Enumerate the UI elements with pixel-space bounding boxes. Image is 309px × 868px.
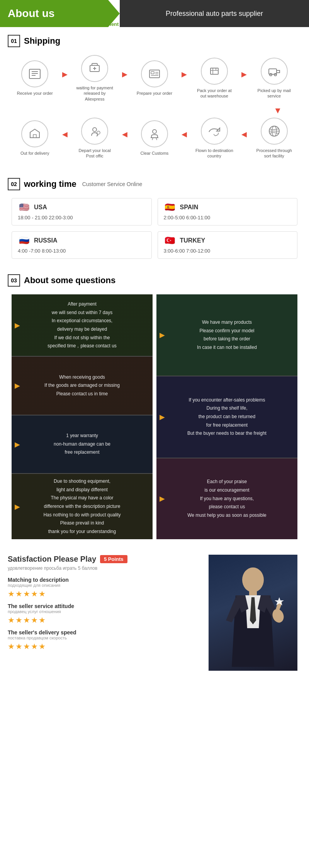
flow-icon-1 xyxy=(21,60,48,87)
flow-icon-7 xyxy=(81,118,108,145)
shipping-flow: Receive your order ▶ waiting for payment… xyxy=(8,55,301,159)
questions-left-col: ▶ After payment we will send out within … xyxy=(12,294,153,539)
q-right-2: ▶ If you encounter after-sales problems … xyxy=(156,376,297,458)
header-right: Professional auto parts supplier xyxy=(120,0,309,27)
satisfaction-sub: удовлетворение просьба играть 5 баллов xyxy=(8,566,197,571)
rating-label-1: Matching to description xyxy=(8,577,197,583)
arrow-left-2: ◀ xyxy=(122,130,127,138)
arrow-2: ▶ xyxy=(122,70,127,79)
q-arrow-1: ▶ xyxy=(15,320,20,331)
flow-label-9: Flown to destination country xyxy=(195,148,234,159)
rating-sub-3: поставка продавцом скорость xyxy=(8,636,197,640)
svg-rect-12 xyxy=(211,68,218,74)
working-time-title: 02 working time Customer Service Online xyxy=(8,178,301,190)
questions-label: About some questions xyxy=(24,275,115,285)
svg-point-21 xyxy=(97,131,100,134)
svg-point-29 xyxy=(242,567,264,592)
flow-item-8: Clear Customs xyxy=(135,120,174,156)
q-text-4: Due to shooting equipment, light and dis… xyxy=(43,477,121,536)
satisfaction-section: Satisfaction Please Play 5 Points удовле… xyxy=(0,547,309,678)
rating-sub-2: продавец услуг отношения xyxy=(8,609,197,614)
flow-icon-5 xyxy=(261,58,288,85)
page-header: About us Professional auto parts supplie… xyxy=(0,0,309,27)
flow-item-7: Depart your local Post offic xyxy=(75,118,114,159)
svg-rect-8 xyxy=(151,72,154,74)
rating-label-3: The seller's delivery speed xyxy=(8,629,197,636)
rating-sub-1: подходящие для описания xyxy=(8,583,197,588)
working-num: 02 xyxy=(8,178,20,190)
turkey-flag: 🇹🇷 xyxy=(164,236,176,245)
flow-label-3: Prepare your order xyxy=(137,91,172,96)
q-arrow-2: ▶ xyxy=(15,380,20,392)
flow-icon-9 xyxy=(201,118,228,145)
q-text-r1: We have many products Please confirm you… xyxy=(197,318,257,352)
country-turkey: 🇹🇷 TURKEY 3:00-6:00 7:00-12:00 xyxy=(158,231,298,259)
flow-icon-4 xyxy=(201,58,228,85)
q-right-1: ▶ We have many products Please confirm y… xyxy=(156,294,297,376)
points-badge: 5 Points xyxy=(100,555,127,563)
stars-2: ★★★★★ xyxy=(8,615,197,625)
flow-label-6: Out for delivery xyxy=(20,150,49,156)
q-left-2: ▶ When receiving goods If the goods are … xyxy=(12,356,153,415)
questions-right-col: ▶ We have many products Please confirm y… xyxy=(156,294,297,539)
q-left-1: ▶ After payment we will send out within … xyxy=(12,294,153,356)
shipping-label: Shipping xyxy=(24,36,60,46)
stars-3: ★★★★★ xyxy=(8,642,197,651)
q-text-3: 1 year warranty non-human damage can be … xyxy=(54,432,110,457)
q-arrow-r3: ▶ xyxy=(160,493,165,505)
flow-icon-2 xyxy=(81,55,108,82)
flow-label-2: waiting for payment released by Aliexpre… xyxy=(75,85,114,102)
shipping-row1: Receive your order ▶ waiting for payment… xyxy=(12,55,297,102)
q-left-4: ▶ Due to shooting equipment, light and d… xyxy=(12,473,153,539)
country-usa: 🇺🇸 USA 18:00 - 21:00 22:00-3:00 xyxy=(12,198,152,226)
flow-item-9: Flown to destination country xyxy=(195,118,234,159)
q-arrow-3: ▶ xyxy=(15,438,20,450)
arrow-1: ▶ xyxy=(62,70,68,79)
russia-header: 🇷🇺 RUSSIA xyxy=(18,236,146,245)
stars-1: ★★★★★ xyxy=(8,589,197,598)
rating-label-2: The seller service attitude xyxy=(8,603,197,609)
q-left-3: ▶ 1 year warranty non-human damage can b… xyxy=(12,415,153,473)
flow-item-2: waiting for payment released by Aliexpre… xyxy=(75,55,114,102)
flow-item-1: Receive your order xyxy=(15,60,54,96)
q-arrow-4: ▶ xyxy=(15,501,20,513)
tagline: Professional auto parts supplier xyxy=(166,10,263,18)
q-text-1: After payment we will send out within 7 … xyxy=(48,300,117,350)
satisfaction-left: Satisfaction Please Play 5 Points удовле… xyxy=(8,555,197,671)
person-illustration xyxy=(209,555,297,671)
flow-item-10: Processed through sort facility xyxy=(255,118,294,159)
satisfaction-title-text: Satisfaction Please Play xyxy=(8,555,96,564)
svg-point-20 xyxy=(93,128,97,132)
questions-grid: ▶ After payment we will send out within … xyxy=(8,294,301,539)
flow-icon-10 xyxy=(261,118,288,145)
questions-num: 03 xyxy=(8,274,20,287)
turkey-header: 🇹🇷 TURKEY xyxy=(164,236,292,245)
turkey-time: 3:00-6:00 7:00-12:00 xyxy=(164,248,292,254)
country-spain: 🇪🇸 SPAIN 2:00-5:00 6:00-11:00 xyxy=(158,198,298,226)
flow-item-4: Pack your order at out warehouse xyxy=(195,58,234,99)
shipping-num: 01 xyxy=(8,35,20,47)
spain-flag: 🇪🇸 xyxy=(164,203,176,212)
usa-header: 🇺🇸 USA xyxy=(18,203,146,212)
q-arrow-r1: ▶ xyxy=(160,329,165,341)
spain-header: 🇪🇸 SPAIN xyxy=(164,203,292,212)
usa-time: 18:00 - 21:00 22:00-3:00 xyxy=(18,215,146,220)
rating-item-1: Matching to description подходящие для о… xyxy=(8,577,197,598)
questions-section: 03 About some questions ▶ After payment … xyxy=(0,267,309,547)
q-text-2: When receiving goods If the goods are da… xyxy=(44,373,120,398)
arrow-left-4: ◀ xyxy=(241,130,247,138)
arrow-left-3: ◀ xyxy=(182,130,187,138)
russia-flag: 🇷🇺 xyxy=(18,236,30,245)
flow-label-4: Pack your order at out warehouse xyxy=(195,88,234,99)
flow-item-3: Prepare your order xyxy=(135,60,174,96)
satisfaction-right xyxy=(205,555,301,671)
arrow-4: ▶ xyxy=(241,70,247,79)
spain-time: 2:00-5:00 6:00-11:00 xyxy=(164,215,292,220)
country-russia: 🇷🇺 RUSSIA 4:00 -7:00 8:00-13:00 xyxy=(12,231,152,259)
arrow-3: ▶ xyxy=(182,70,187,79)
russia-name: RUSSIA xyxy=(34,237,57,244)
flow-icon-6 xyxy=(21,120,48,147)
working-label: working time xyxy=(24,179,76,189)
rating-item-2: The seller service attitude продавец усл… xyxy=(8,603,197,625)
flow-label-7: Depart your local Post offic xyxy=(75,148,114,159)
